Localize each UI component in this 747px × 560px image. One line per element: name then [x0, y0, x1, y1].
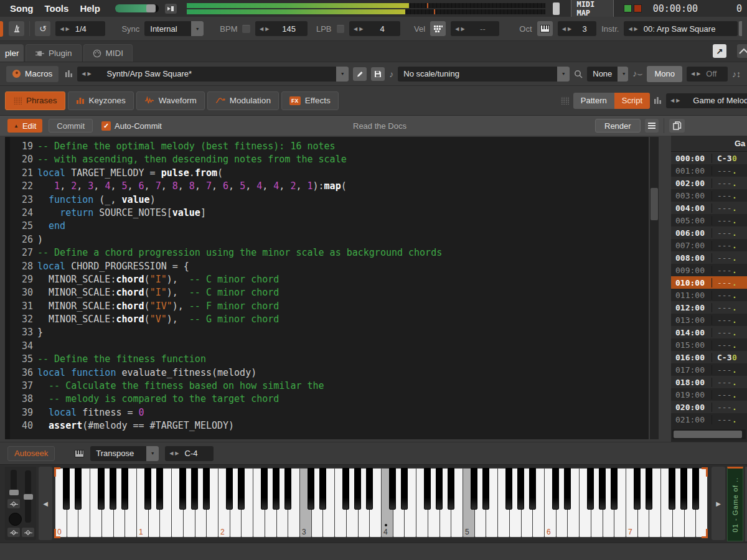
- stepper-arrows[interactable]: ◀▶: [670, 98, 682, 103]
- edge-panel-toggle[interactable]: [0, 21, 3, 37]
- bpm-automation-checkbox[interactable]: [242, 25, 250, 33]
- velocity-pad-button[interactable]: [430, 21, 446, 36]
- stepper-arrows[interactable]: ◀▶: [455, 26, 466, 32]
- piano-black-key[interactable]: [424, 468, 431, 510]
- piano-black-key[interactable]: [611, 468, 618, 510]
- velocity-link-button[interactable]: [7, 499, 20, 508]
- piano-black-key[interactable]: [354, 468, 361, 510]
- stepper-arrows[interactable]: ◀▶: [354, 26, 365, 32]
- stepper-arrows[interactable]: ◀▶: [169, 450, 181, 456]
- chevron-down-icon[interactable]: ▼: [336, 67, 349, 82]
- code-line[interactable]: 31 MINOR_SCALE:chord("IV"), -- F minor c…: [5, 300, 649, 313]
- tab-sampler-partial[interactable]: pler: [0, 44, 24, 62]
- piano-black-key[interactable]: [110, 468, 116, 510]
- instrument-dropdown-cut[interactable]: [739, 21, 742, 36]
- piano-black-key[interactable]: [156, 468, 163, 510]
- lpb-automation-checkbox[interactable]: [337, 25, 345, 33]
- code-line[interactable]: 23 function (_, value): [5, 194, 649, 207]
- scrollbar-handle[interactable]: [651, 188, 658, 220]
- phrase-row[interactable]: 020:00---.: [671, 401, 747, 413]
- piano-black-key[interactable]: [505, 468, 512, 510]
- metronome-button[interactable]: [9, 21, 24, 36]
- stepper-arrows[interactable]: ◀▶: [60, 26, 71, 32]
- basenote-stepper[interactable]: ◀▶ C-4: [165, 446, 214, 461]
- bpm-stepper[interactable]: ◀▶ 145: [255, 21, 308, 36]
- piano-black-key[interactable]: [319, 468, 326, 510]
- piano-black-key[interactable]: [203, 468, 210, 510]
- chevron-down-icon[interactable]: ▼: [146, 446, 159, 461]
- mod-wheel-knob[interactable]: [9, 513, 22, 526]
- code-line[interactable]: 21local TARGET_MELODY = pulse.from(: [5, 167, 649, 180]
- code-line[interactable]: 34: [5, 340, 649, 353]
- view-pattern-button[interactable]: Pattern: [573, 93, 614, 109]
- piano-black-key[interactable]: [529, 468, 536, 510]
- phrase-row[interactable]: 016:00C-30: [671, 351, 747, 363]
- code-line[interactable]: 37 -- Calculate the fitness based on how…: [5, 380, 649, 393]
- lua-code-editor[interactable]: 19-- Define the optimal melody (best fit…: [5, 137, 649, 439]
- chevron-down-icon[interactable]: ▼: [557, 67, 570, 82]
- master-volume-slider[interactable]: [115, 4, 159, 12]
- save-preset-button[interactable]: [371, 67, 385, 81]
- quantize-select[interactable]: None ▼: [587, 67, 628, 82]
- menu-tools[interactable]: Tools: [40, 3, 74, 14]
- vu-range-handle[interactable]: [553, 2, 560, 15]
- auto-commit-checkbox[interactable]: ✓: [101, 121, 111, 131]
- phrase-row[interactable]: 000:00C-30: [671, 152, 747, 164]
- sync-select[interactable]: Internal ▼: [144, 21, 204, 36]
- tab-modulation[interactable]: Modulation: [207, 91, 279, 110]
- piano-black-key[interactable]: [121, 468, 128, 510]
- piano-black-key[interactable]: [366, 468, 373, 510]
- piano-black-key[interactable]: [284, 468, 291, 510]
- piano-black-key[interactable]: [226, 468, 233, 510]
- code-line[interactable]: 35-- Define the fitness function: [5, 353, 649, 366]
- piano-black-key[interactable]: [179, 468, 186, 510]
- piano-black-key[interactable]: [471, 468, 477, 510]
- keyboard-scroll-left[interactable]: ◀: [39, 467, 52, 540]
- phrase-row[interactable]: 007:00---.: [671, 239, 747, 251]
- code-line[interactable]: 22 1, 2, 3, 4, 5, 6, 7, 8, 8, 7, 6, 5, 4…: [5, 180, 649, 193]
- code-line[interactable]: 20-- with ascending, then descending not…: [5, 153, 649, 166]
- glide-stepper[interactable]: ◀▶ Off: [687, 67, 728, 82]
- piano-black-key[interactable]: [680, 468, 687, 510]
- code-line[interactable]: 32 MINOR_SCALE:chord("V"), -- G minor ch…: [5, 313, 649, 326]
- chevron-down-icon[interactable]: ▼: [618, 67, 628, 82]
- view-script-button[interactable]: Script: [614, 93, 650, 109]
- octave-stepper[interactable]: ◀▶ 3: [558, 21, 596, 36]
- phrase-row[interactable]: 021:00---.: [671, 413, 747, 426]
- phrase-row[interactable]: 019:00---.: [671, 388, 747, 401]
- tab-midi[interactable]: MIDI: [83, 44, 133, 62]
- code-line[interactable]: 25 end: [5, 220, 649, 233]
- piano-black-key[interactable]: [669, 468, 675, 510]
- lpb-stepper[interactable]: ◀▶ 4: [349, 21, 400, 36]
- code-line[interactable]: 24 return SOURCE_NOTES[value]: [5, 207, 649, 220]
- detach-editor-button[interactable]: ↗: [713, 44, 726, 58]
- volume-handle[interactable]: [146, 4, 156, 12]
- piano-black-key[interactable]: [552, 468, 559, 510]
- piano-black-key[interactable]: [517, 468, 524, 510]
- menu-song[interactable]: Song: [5, 3, 39, 14]
- velocity-slider-handle[interactable]: [9, 490, 19, 495]
- piano-black-key[interactable]: [191, 468, 198, 510]
- phrase-row[interactable]: 018:00---.: [671, 376, 747, 388]
- piano-black-key[interactable]: [261, 468, 268, 510]
- piano-black-key[interactable]: [448, 468, 454, 510]
- instrument-stepper[interactable]: ◀▶ 00: Arp Saw Square: [624, 21, 738, 36]
- phrase-row[interactable]: 010:00---.: [671, 276, 747, 289]
- phrase-row[interactable]: 009:00---.: [671, 264, 747, 276]
- piano-black-key[interactable]: [75, 468, 82, 510]
- menu-help[interactable]: Help: [75, 3, 105, 14]
- tab-waveform[interactable]: Waveform: [136, 91, 205, 110]
- phrase-row[interactable]: 017:00---.: [671, 363, 747, 376]
- piano-black-key[interactable]: [98, 468, 105, 510]
- code-line[interactable]: 33}: [5, 326, 649, 339]
- piano-black-key[interactable]: [144, 468, 151, 510]
- piano-black-key[interactable]: [692, 468, 699, 510]
- mod-link-button[interactable]: [7, 528, 20, 537]
- keymap-mode-select[interactable]: Transpose ▼: [90, 446, 159, 461]
- pitch-slider-handle[interactable]: [24, 494, 33, 500]
- piano-black-key[interactable]: [238, 468, 245, 510]
- stepper-arrows[interactable]: ◀▶: [691, 71, 702, 77]
- tab-phrases[interactable]: Phrases: [5, 91, 65, 110]
- code-line[interactable]: 19-- Define the optimal melody (best fit…: [5, 140, 649, 153]
- piano-black-key[interactable]: [634, 468, 641, 510]
